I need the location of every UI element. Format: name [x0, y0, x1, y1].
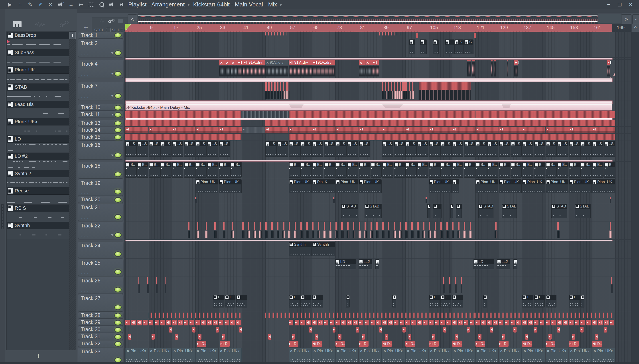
audio-chip[interactable]: [481, 320, 486, 326]
audio-chip[interactable]: [295, 320, 299, 326]
pattern-clip[interactable]: ..S: [265, 141, 277, 157]
pattern-clip[interactable]: ..S: [277, 141, 288, 157]
automation-strip-clip[interactable]: [125, 80, 612, 82]
play-icon[interactable]: ▶: [6, 0, 14, 8]
audio-chip[interactable]: [216, 327, 219, 332]
tick-clip[interactable]: [268, 32, 269, 36]
audio-chip[interactable]: [347, 320, 352, 326]
pattern-clip[interactable]: ..S: [580, 141, 592, 157]
audio-segment-clip[interactable]: [452, 127, 475, 133]
audio-chip[interactable]: [356, 327, 359, 332]
audio-chip[interactable]: [432, 334, 435, 340]
pattern-clip[interactable]: ×Plo..UKx: [569, 348, 592, 364]
track-options[interactable]: . . .: [81, 253, 89, 257]
pattern-clip[interactable]: [392, 294, 396, 308]
breadcrumb-arrangement[interactable]: Playlist - Arrangement: [128, 1, 185, 8]
audio-chip[interactable]: [239, 327, 242, 332]
pattern-clip[interactable]: ..S: [300, 141, 312, 157]
tick-clip[interactable]: [402, 82, 406, 91]
track-collapse-arrow-icon[interactable]: ▾: [112, 112, 114, 117]
tick-clip[interactable]: [388, 32, 389, 36]
pattern-clip[interactable]: [450, 204, 453, 218]
pattern-list-scroll-thumb[interactable]: [70, 32, 76, 39]
track-collapse-arrow-icon[interactable]: ▾: [111, 94, 113, 98]
track-options[interactable]: . . .: [81, 154, 89, 158]
tick-clip[interactable]: [371, 222, 372, 230]
pattern-clip[interactable]: ..S: [546, 141, 557, 157]
labelled-audio-chip[interactable]: D..: [289, 341, 298, 347]
tick-clip[interactable]: [242, 222, 244, 230]
audio-chip[interactable]: [478, 334, 481, 340]
tick-clip[interactable]: [382, 222, 384, 230]
pattern-clip[interactable]: ×Plo..UKx: [452, 348, 475, 364]
audio-chip[interactable]: [131, 320, 136, 326]
track-options[interactable]: . . .: [81, 72, 89, 77]
pattern-clip[interactable]: Plon..UK: [499, 179, 522, 193]
pattern-clip[interactable]: L..2: [359, 259, 372, 269]
audio-chip[interactable]: [336, 320, 340, 326]
pattern-clip[interactable]: ..S: [347, 141, 358, 157]
track-header-track-32[interactable]: Track 32: [78, 340, 123, 347]
audio-chip[interactable]: [604, 320, 609, 326]
automation-strip-clip[interactable]: [125, 100, 612, 102]
pattern-clip[interactable]: B..: [359, 162, 370, 178]
playlist-speaker-icon[interactable]: [120, 2, 125, 7]
audio-segment-clip[interactable]: [569, 127, 592, 133]
pattern-clip[interactable]: L..: [429, 294, 440, 308]
track-header-track-31[interactable]: Track 31: [78, 334, 123, 340]
audio-chip[interactable]: [230, 320, 235, 326]
track-header-track-16[interactable]: Track 16. . .▾: [78, 141, 123, 160]
audio-segment-clip[interactable]: [242, 127, 265, 133]
audio-chip[interactable]: [487, 320, 492, 326]
pattern-clip[interactable]: Plon..UK: [546, 179, 568, 193]
tick-clip[interactable]: [188, 222, 190, 230]
tick-clip[interactable]: [197, 222, 198, 230]
pattern-clip[interactable]: [409, 40, 415, 54]
audio-chip[interactable]: [534, 320, 538, 326]
pattern-clip[interactable]: Synthh: [289, 242, 311, 256]
pattern-clip[interactable]: ..S: [440, 141, 452, 157]
scroll-left-button[interactable]: <: [128, 14, 137, 24]
minimize-button[interactable]: −: [607, 1, 610, 8]
audio-chip[interactable]: [353, 320, 358, 326]
audio-chip[interactable]: [128, 334, 131, 340]
audio-chip[interactable]: [289, 320, 293, 326]
audio-chip[interactable]: [610, 320, 614, 326]
tick-clip[interactable]: [265, 32, 266, 36]
audio-segment-clip[interactable]: [499, 127, 522, 133]
labelled-audio-chip[interactable]: D..: [405, 341, 415, 347]
audio-segment-clip[interactable]: [475, 127, 499, 133]
audio-segment-clip[interactable]: [429, 127, 452, 133]
tick-clip[interactable]: [557, 222, 559, 230]
pattern-clip[interactable]: Plon..UK: [592, 179, 615, 193]
pattern-clip[interactable]: B..: [452, 162, 464, 178]
pattern-clip[interactable]: ..S: [184, 141, 195, 157]
audio-chip[interactable]: [178, 320, 183, 326]
audio-chip[interactable]: [268, 334, 271, 340]
pattern-clip[interactable]: ..S: [289, 141, 300, 157]
pattern-clip[interactable]: STAB: [502, 204, 517, 218]
pattern-clip[interactable]: L..: [569, 294, 580, 308]
tick-clip[interactable]: [400, 32, 400, 36]
pattern-clip[interactable]: B..: [371, 162, 382, 178]
audio-clip[interactable]: [494, 60, 496, 76]
track-enable-led[interactable]: [114, 93, 122, 99]
pattern-clip[interactable]: ×Plo..UKx: [405, 348, 428, 364]
track-header-track-11[interactable]: Track 11▾: [78, 111, 123, 118]
tick-clip[interactable]: [411, 222, 413, 230]
audio-segment-clip[interactable]: [312, 127, 335, 133]
audio-chip[interactable]: [292, 334, 295, 340]
pattern-clip[interactable]: B..: [487, 162, 499, 178]
audio-chip[interactable]: [557, 327, 560, 332]
pattern-clip[interactable]: ×Plo..UKx: [592, 348, 615, 364]
pattern-item-synth-2[interactable]: Synth 2: [7, 170, 69, 187]
tick-clip[interactable]: [423, 222, 424, 230]
track-enable-led[interactable]: [114, 327, 122, 332]
tick-clip[interactable]: [147, 277, 148, 285]
audio-clip[interactable]: ×: [366, 60, 372, 76]
tick-clip[interactable]: [254, 222, 255, 230]
audio-clip[interactable]: ×: [225, 60, 231, 76]
pattern-clip[interactable]: ×Plo..UKx: [312, 348, 335, 364]
pattern-clip[interactable]: ×Plo..UKx: [219, 348, 242, 364]
track-options[interactable]: . . .: [81, 288, 89, 292]
